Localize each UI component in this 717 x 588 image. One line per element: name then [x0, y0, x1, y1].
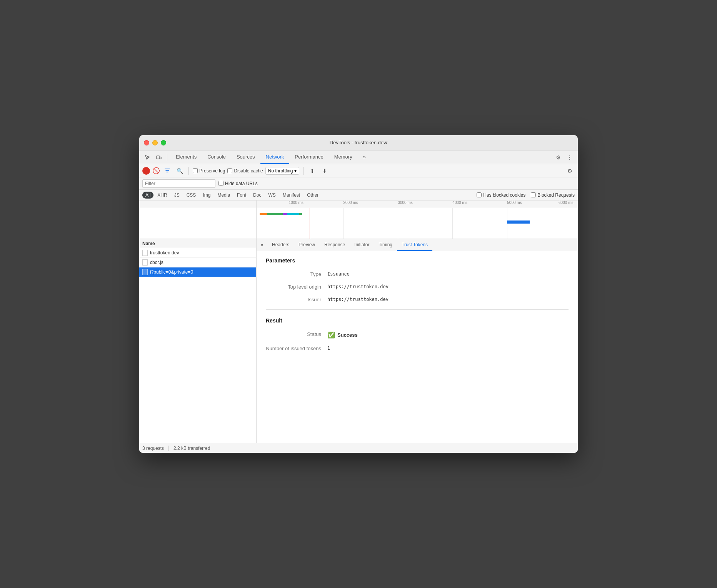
type-tab-js[interactable]: JS	[171, 192, 183, 199]
type-label: Type	[266, 271, 327, 277]
upload-icon[interactable]: ⬆	[307, 166, 317, 176]
detail-content: Parameters Type Issuance Top level origi…	[257, 251, 578, 443]
titlebar: DevTools - trusttoken.dev/	[139, 135, 578, 150]
main-content: Name trusttoken.dev cbor.js i?public=0&p…	[139, 239, 578, 443]
type-tab-all[interactable]: All	[142, 192, 153, 199]
request-item-cbor[interactable]: cbor.js	[139, 258, 256, 267]
maximize-button[interactable]	[161, 140, 166, 145]
minimize-button[interactable]	[152, 140, 158, 145]
settings-icon[interactable]: ⚙	[553, 152, 563, 162]
file-icon	[142, 269, 148, 275]
issuer-label: Issuer	[266, 297, 327, 302]
type-tab-font[interactable]: Font	[234, 192, 249, 199]
tab-elements[interactable]: Elements	[170, 150, 202, 164]
transferred-size: 2.2 kB transferred	[173, 446, 210, 451]
detail-tabs: × Headers Preview Response Initiator Tim…	[257, 239, 578, 251]
svg-rect-0	[157, 156, 160, 159]
time-label-2000: 2000 ms	[343, 200, 358, 205]
timeline: 1000 ms 2000 ms 3000 ms 4000 ms 5000 ms …	[139, 200, 578, 239]
tab-sources[interactable]: Sources	[231, 150, 260, 164]
time-label-5000: 5000 ms	[507, 200, 522, 205]
file-icon	[142, 259, 148, 266]
top-level-origin-label: Top level origin	[266, 284, 327, 290]
download-icon[interactable]: ⬇	[320, 166, 330, 176]
filter-icon[interactable]	[162, 166, 172, 176]
statusbar: 3 requests 2.2 kB transferred	[139, 443, 578, 453]
time-label-6000: 6000 ms	[559, 200, 573, 205]
settings-network-icon[interactable]: ⚙	[565, 166, 575, 176]
result-title: Result	[266, 317, 569, 324]
close-button[interactable]	[144, 140, 149, 145]
detail-tab-preview[interactable]: Preview	[294, 239, 320, 251]
device-toggle-icon[interactable]	[154, 152, 164, 162]
waterfall-bar-trusttoken	[260, 213, 302, 215]
tab-console[interactable]: Console	[202, 150, 231, 164]
filter-input[interactable]	[142, 179, 215, 188]
status-row: Status ✅ Success	[266, 331, 569, 339]
section-divider	[266, 309, 569, 310]
issuer-value: https://trusttoken.dev	[327, 297, 389, 302]
statusbar-divider	[168, 446, 169, 451]
throttle-select[interactable]: No throttling ▾	[265, 167, 300, 175]
more-options-icon[interactable]: ⋮	[565, 152, 575, 162]
type-tab-doc[interactable]: Doc	[250, 192, 264, 199]
request-list: Name trusttoken.dev cbor.js i?public=0&p…	[139, 239, 257, 443]
parameters-title: Parameters	[266, 257, 569, 264]
search-icon[interactable]: 🔍	[175, 166, 185, 176]
nav-tabs: Elements Console Sources Network Perform…	[170, 150, 553, 164]
issuer-row: Issuer https://trusttoken.dev	[266, 297, 569, 302]
detail-panel: × Headers Preview Response Initiator Tim…	[257, 239, 578, 443]
top-level-origin-row: Top level origin https://trusttoken.dev	[266, 284, 569, 290]
detail-tab-initiator[interactable]: Initiator	[350, 239, 374, 251]
tab-overflow[interactable]: »	[358, 150, 371, 164]
type-tab-xhr[interactable]: XHR	[154, 192, 170, 199]
cursor-icon[interactable]	[142, 152, 152, 162]
type-tab-media[interactable]: Media	[214, 192, 233, 199]
close-detail-button[interactable]: ×	[258, 241, 266, 249]
tab-memory[interactable]: Memory	[329, 150, 358, 164]
detail-tab-headers[interactable]: Headers	[267, 239, 294, 251]
type-tab-ws[interactable]: WS	[265, 192, 278, 199]
type-tab-manifest[interactable]: Manifest	[280, 192, 303, 199]
window-title: DevTools - trusttoken.dev/	[330, 140, 387, 145]
type-tab-css[interactable]: CSS	[183, 192, 199, 199]
type-tab-img[interactable]: Img	[200, 192, 213, 199]
chevron-down-icon: ▾	[294, 168, 297, 174]
top-level-origin-value: https://trusttoken.dev	[327, 284, 389, 290]
preserve-log-checkbox[interactable]: Preserve log	[193, 168, 225, 174]
tab-performance[interactable]: Performance	[289, 150, 328, 164]
blocked-requests-checkbox[interactable]: Blocked Requests	[531, 192, 575, 198]
request-item-issuance[interactable]: i?public=0&private=0	[139, 267, 256, 277]
type-value: Issuance	[327, 271, 350, 277]
record-button[interactable]	[142, 167, 150, 175]
type-tabs: All XHR JS CSS Img Media Font Doc WS Man…	[139, 190, 578, 200]
time-label-4000: 4000 ms	[452, 200, 467, 205]
request-item-trusttoken[interactable]: trusttoken.dev	[139, 248, 256, 258]
type-row: Type Issuance	[266, 271, 569, 277]
has-blocked-cookies-checkbox[interactable]: Has blocked cookies	[477, 192, 525, 198]
waterfall-bar-issuance	[507, 220, 529, 224]
time-label-3000: 3000 ms	[398, 200, 412, 205]
tokens-value: 1	[327, 346, 330, 351]
request-list-header: Name	[139, 239, 256, 248]
svg-rect-1	[160, 157, 161, 159]
status-value: ✅ Success	[327, 331, 358, 339]
success-icon: ✅	[327, 331, 335, 339]
network-toolbar: 🚫 🔍 Preserve log Disable cache No thrott…	[139, 164, 578, 177]
stop-icon[interactable]: 🚫	[152, 167, 160, 175]
tab-network[interactable]: Network	[260, 150, 290, 164]
status-label: Status	[266, 331, 327, 339]
type-tab-other[interactable]: Other	[304, 192, 322, 199]
detail-tab-response[interactable]: Response	[320, 239, 350, 251]
top-nav: Elements Console Sources Network Perform…	[139, 150, 578, 164]
detail-tab-trust-tokens[interactable]: Trust Tokens	[397, 239, 432, 251]
file-icon	[142, 250, 148, 256]
time-label-1000: 1000 ms	[289, 200, 303, 205]
tokens-label: Number of issued tokens	[266, 346, 327, 351]
disable-cache-checkbox[interactable]: Disable cache	[227, 168, 263, 174]
dom-content-loaded-line	[310, 208, 310, 239]
filter-bar: Hide data URLs	[139, 177, 578, 190]
detail-tab-timing[interactable]: Timing	[374, 239, 397, 251]
hide-data-urls-checkbox[interactable]: Hide data URLs	[218, 181, 258, 186]
tokens-row: Number of issued tokens 1	[266, 346, 569, 351]
